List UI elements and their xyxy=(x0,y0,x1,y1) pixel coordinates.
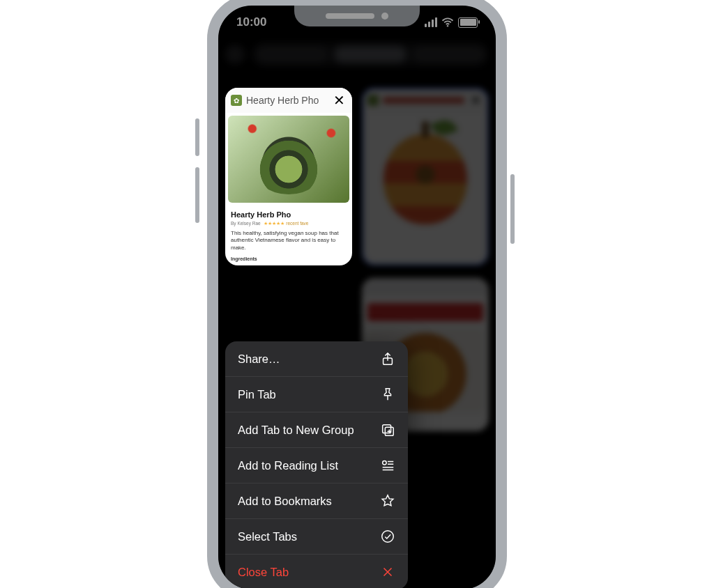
svg-point-5 xyxy=(382,531,394,543)
menu-close-tab[interactable]: Close Tab xyxy=(225,555,408,588)
volume-up-button xyxy=(195,118,199,156)
recipe-title: Hearty Herb Pho xyxy=(231,210,347,219)
recipe-hero-image xyxy=(228,116,349,203)
add-to-group-icon xyxy=(380,422,395,438)
checkmark-circle-icon xyxy=(380,529,395,544)
favicon-icon: ✿ xyxy=(231,95,242,106)
tab-title: Hearty Herb Pho xyxy=(246,95,328,106)
menu-pin-tab[interactable]: Pin Tab xyxy=(225,377,408,412)
menu-label: Add Tab to New Group xyxy=(238,424,354,437)
tab-context-menu: Share… Pin Tab Add Tab to New Group Add … xyxy=(225,341,408,588)
bookmark-star-icon xyxy=(380,493,395,509)
tab-card-focused[interactable]: ✿ Hearty Herb Pho ✕ Hearty Herb Pho By K… xyxy=(225,88,352,265)
rating-stars: ★★★★★ xyxy=(264,221,284,226)
share-icon xyxy=(380,351,395,366)
menu-share[interactable]: Share… xyxy=(225,341,408,377)
menu-label: Add to Reading List xyxy=(238,459,338,472)
menu-label: Close Tab xyxy=(238,566,289,579)
menu-label: Select Tabs xyxy=(238,530,297,543)
close-tab-icon[interactable]: ✕ xyxy=(332,92,347,109)
menu-label: Pin Tab xyxy=(238,388,276,401)
power-button xyxy=(510,174,515,244)
reading-list-icon xyxy=(380,458,395,473)
review-note: recent fave xyxy=(286,221,308,226)
recipe-desc: This healthy, satisfying vegan soup has … xyxy=(231,230,347,252)
svg-point-4 xyxy=(383,461,387,465)
pin-icon xyxy=(380,387,395,402)
menu-label: Share… xyxy=(238,353,280,366)
volume-down-button xyxy=(195,167,199,223)
menu-add-to-group[interactable]: Add Tab to New Group xyxy=(225,412,408,448)
menu-label: Add to Bookmarks xyxy=(238,495,332,508)
section-ingredients: Ingredients xyxy=(231,256,347,262)
phone-frame: 10:00 ✿ H xyxy=(207,0,507,588)
menu-reading-list[interactable]: Add to Reading List xyxy=(225,448,408,483)
close-icon xyxy=(380,564,395,580)
recipe-byline: By Kelsey Rae xyxy=(231,221,261,226)
menu-bookmarks[interactable]: Add to Bookmarks xyxy=(225,483,408,519)
menu-select-tabs[interactable]: Select Tabs xyxy=(225,519,408,555)
